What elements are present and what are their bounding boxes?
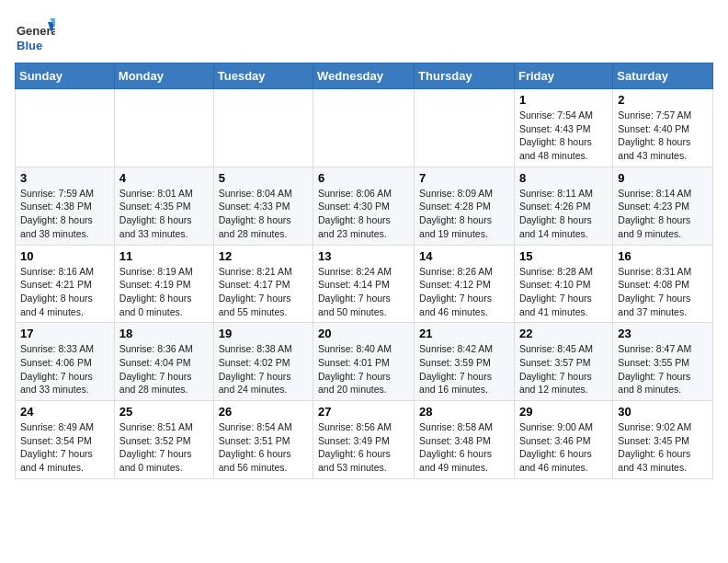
day-number: 14: [419, 249, 509, 263]
day-number: 13: [318, 249, 409, 263]
calendar-cell: 10Sunrise: 8:16 AM Sunset: 4:21 PM Dayli…: [16, 245, 115, 323]
calendar-cell: 30Sunrise: 9:02 AM Sunset: 3:45 PM Dayli…: [613, 401, 713, 479]
calendar-cell: 28Sunrise: 8:58 AM Sunset: 3:48 PM Dayli…: [415, 401, 515, 479]
calendar-cell: 13Sunrise: 8:24 AM Sunset: 4:14 PM Dayli…: [313, 245, 415, 323]
calendar-cell: 2Sunrise: 7:57 AM Sunset: 4:40 PM Daylig…: [613, 89, 713, 167]
day-number: 4: [119, 171, 209, 185]
calendar-cell: [313, 89, 415, 167]
calendar-cell: 23Sunrise: 8:47 AM Sunset: 3:55 PM Dayli…: [613, 323, 713, 401]
calendar-cell: 21Sunrise: 8:42 AM Sunset: 3:59 PM Dayli…: [415, 323, 515, 401]
day-number: 7: [419, 171, 509, 185]
day-number: 30: [618, 405, 708, 419]
day-number: 20: [318, 327, 409, 340]
day-info: Sunrise: 8:33 AM Sunset: 4:06 PM Dayligh…: [20, 342, 109, 396]
calendar-week-row: 17Sunrise: 8:33 AM Sunset: 4:06 PM Dayli…: [16, 323, 713, 401]
weekday-header-row: SundayMondayTuesdayWednesdayThursdayFrid…: [16, 63, 713, 89]
calendar-cell: 18Sunrise: 8:36 AM Sunset: 4:04 PM Dayli…: [114, 323, 213, 401]
weekday-header-saturday: Saturday: [613, 63, 713, 89]
day-number: 23: [618, 327, 708, 340]
day-number: 28: [419, 405, 509, 419]
day-number: 15: [519, 249, 608, 263]
day-info: Sunrise: 8:45 AM Sunset: 3:57 PM Dayligh…: [519, 342, 608, 396]
logo-icon: General Blue: [15, 15, 55, 55]
day-number: 18: [119, 327, 209, 340]
calendar-cell: 6Sunrise: 8:06 AM Sunset: 4:30 PM Daylig…: [313, 167, 415, 245]
weekday-header-friday: Friday: [514, 63, 612, 89]
weekday-header-sunday: Sunday: [16, 63, 115, 89]
calendar-cell: 25Sunrise: 8:51 AM Sunset: 3:52 PM Dayli…: [114, 401, 213, 479]
day-info: Sunrise: 8:04 AM Sunset: 4:33 PM Dayligh…: [219, 187, 308, 241]
day-number: 21: [419, 327, 509, 340]
calendar-cell: 22Sunrise: 8:45 AM Sunset: 3:57 PM Dayli…: [514, 323, 612, 401]
calendar-cell: 7Sunrise: 8:09 AM Sunset: 4:28 PM Daylig…: [415, 167, 515, 245]
day-number: 5: [219, 171, 308, 185]
day-info: Sunrise: 8:31 AM Sunset: 4:08 PM Dayligh…: [618, 265, 708, 319]
day-info: Sunrise: 8:54 AM Sunset: 3:51 PM Dayligh…: [219, 420, 308, 475]
day-info: Sunrise: 9:02 AM Sunset: 3:45 PM Dayligh…: [618, 420, 708, 475]
day-number: 9: [618, 171, 708, 185]
page-header: General Blue: [15, 15, 713, 55]
calendar-week-row: 1Sunrise: 7:54 AM Sunset: 4:43 PM Daylig…: [16, 89, 713, 167]
day-info: Sunrise: 8:09 AM Sunset: 4:28 PM Dayligh…: [419, 187, 509, 241]
calendar-cell: [114, 89, 213, 167]
day-number: 25: [119, 405, 209, 419]
day-number: 2: [618, 93, 708, 107]
calendar-table: SundayMondayTuesdayWednesdayThursdayFrid…: [15, 63, 713, 479]
day-number: 8: [519, 171, 608, 185]
day-info: Sunrise: 8:40 AM Sunset: 4:01 PM Dayligh…: [318, 342, 409, 396]
calendar-cell: 16Sunrise: 8:31 AM Sunset: 4:08 PM Dayli…: [613, 245, 713, 323]
day-info: Sunrise: 8:38 AM Sunset: 4:02 PM Dayligh…: [219, 342, 308, 396]
calendar-cell: 12Sunrise: 8:21 AM Sunset: 4:17 PM Dayli…: [213, 245, 313, 323]
day-number: 16: [618, 249, 708, 263]
calendar-cell: 5Sunrise: 8:04 AM Sunset: 4:33 PM Daylig…: [213, 167, 313, 245]
day-info: Sunrise: 7:57 AM Sunset: 4:40 PM Dayligh…: [618, 109, 708, 163]
weekday-header-wednesday: Wednesday: [313, 63, 415, 89]
day-number: 3: [20, 171, 109, 185]
calendar-cell: [213, 89, 313, 167]
day-info: Sunrise: 8:49 AM Sunset: 3:54 PM Dayligh…: [20, 420, 109, 475]
day-info: Sunrise: 8:11 AM Sunset: 4:26 PM Dayligh…: [519, 187, 608, 241]
svg-text:Blue: Blue: [17, 39, 42, 52]
day-number: 6: [318, 171, 409, 185]
calendar-cell: 8Sunrise: 8:11 AM Sunset: 4:26 PM Daylig…: [514, 167, 612, 245]
day-info: Sunrise: 8:01 AM Sunset: 4:35 PM Dayligh…: [119, 187, 209, 241]
calendar-cell: 1Sunrise: 7:54 AM Sunset: 4:43 PM Daylig…: [514, 89, 612, 167]
day-number: 22: [519, 327, 608, 340]
day-info: Sunrise: 8:28 AM Sunset: 4:10 PM Dayligh…: [519, 265, 608, 319]
weekday-header-monday: Monday: [114, 63, 213, 89]
day-number: 10: [20, 249, 109, 263]
calendar-cell: 19Sunrise: 8:38 AM Sunset: 4:02 PM Dayli…: [213, 323, 313, 401]
calendar-week-row: 10Sunrise: 8:16 AM Sunset: 4:21 PM Dayli…: [16, 245, 713, 323]
calendar-cell: 9Sunrise: 8:14 AM Sunset: 4:23 PM Daylig…: [613, 167, 713, 245]
calendar-cell: 4Sunrise: 8:01 AM Sunset: 4:35 PM Daylig…: [114, 167, 213, 245]
day-info: Sunrise: 8:47 AM Sunset: 3:55 PM Dayligh…: [618, 342, 708, 396]
calendar-cell: [16, 89, 115, 167]
calendar-cell: 17Sunrise: 8:33 AM Sunset: 4:06 PM Dayli…: [16, 323, 115, 401]
calendar-cell: 11Sunrise: 8:19 AM Sunset: 4:19 PM Dayli…: [114, 245, 213, 323]
calendar-cell: 29Sunrise: 9:00 AM Sunset: 3:46 PM Dayli…: [514, 401, 612, 479]
calendar-cell: 20Sunrise: 8:40 AM Sunset: 4:01 PM Dayli…: [313, 323, 415, 401]
calendar-week-row: 3Sunrise: 7:59 AM Sunset: 4:38 PM Daylig…: [16, 167, 713, 245]
calendar-cell: 27Sunrise: 8:56 AM Sunset: 3:49 PM Dayli…: [313, 401, 415, 479]
day-info: Sunrise: 8:36 AM Sunset: 4:04 PM Dayligh…: [119, 342, 209, 396]
day-info: Sunrise: 8:56 AM Sunset: 3:49 PM Dayligh…: [318, 420, 409, 475]
day-number: 29: [519, 405, 608, 419]
day-info: Sunrise: 8:51 AM Sunset: 3:52 PM Dayligh…: [119, 420, 209, 475]
calendar-cell: 14Sunrise: 8:26 AM Sunset: 4:12 PM Dayli…: [415, 245, 515, 323]
day-info: Sunrise: 8:19 AM Sunset: 4:19 PM Dayligh…: [119, 265, 209, 319]
day-info: Sunrise: 8:58 AM Sunset: 3:48 PM Dayligh…: [419, 420, 509, 475]
day-info: Sunrise: 8:14 AM Sunset: 4:23 PM Dayligh…: [618, 187, 708, 241]
logo: General Blue: [15, 15, 59, 55]
day-number: 11: [119, 249, 209, 263]
calendar-cell: 24Sunrise: 8:49 AM Sunset: 3:54 PM Dayli…: [16, 401, 115, 479]
day-number: 26: [219, 405, 308, 419]
day-number: 12: [219, 249, 308, 263]
calendar-cell: [415, 89, 515, 167]
day-number: 24: [20, 405, 109, 419]
day-info: Sunrise: 8:42 AM Sunset: 3:59 PM Dayligh…: [419, 342, 509, 396]
weekday-header-tuesday: Tuesday: [213, 63, 313, 89]
calendar-cell: 26Sunrise: 8:54 AM Sunset: 3:51 PM Dayli…: [213, 401, 313, 479]
calendar-week-row: 24Sunrise: 8:49 AM Sunset: 3:54 PM Dayli…: [16, 401, 713, 479]
day-number: 19: [219, 327, 308, 340]
day-info: Sunrise: 7:54 AM Sunset: 4:43 PM Dayligh…: [519, 109, 608, 163]
